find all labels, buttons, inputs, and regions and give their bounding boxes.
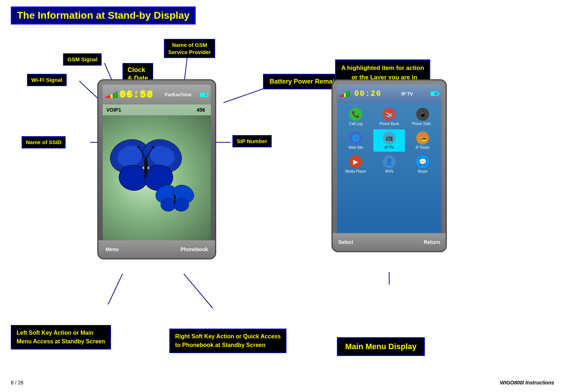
svg-point-17 [144,156,148,178]
sip-display: 456 [197,107,205,113]
menu-item-phonebook[interactable]: 📚 Phone Book [373,106,405,128]
left-softkey-label: Left Soft Key Action or MainMenu Access … [11,325,111,349]
main-menu-display-label: Main Menu Display [337,337,425,356]
right-provider: IP TV [384,91,431,97]
svg-point-26 [174,194,176,205]
svg-line-8 [184,274,213,308]
svg-line-7 [108,274,123,304]
provider-name: FarEasTone [156,92,200,97]
softkey-bar: Menu Phonebook [98,240,215,258]
gsm-provider-label: Name of GSMService Provider [164,39,215,58]
menu-item-phonesetti[interactable]: 📱 Phone Setti... [406,106,439,128]
phonebook-softkey[interactable]: Phonebook [181,246,208,252]
return-softkey[interactable]: Return [424,239,440,245]
page-number: 8 / 26 [11,380,23,386]
select-softkey[interactable]: Select [338,239,353,245]
page-title: The Information at Stand-by Display [11,6,196,24]
menu-item-calllog[interactable]: 📞 Call Log [340,106,372,128]
copyright: WIGO800I Instructions [500,380,554,386]
ssid-label: Name of SSID [22,136,66,148]
menu-item-iptv[interactable]: 📺 IP TV [373,129,405,152]
right-softkey-label: Right Soft Key Action or Quick Accessto … [169,329,286,353]
phone-left: 06:58 FarEasTone 01/01/2000 SAT VOIP1 45… [97,79,216,259]
right-clock: 00:26 [354,89,382,98]
gsm-signal-label: GSM Signal [63,53,102,66]
wallpaper [103,115,211,240]
menu-item-skype[interactable]: 💬 Skype [406,153,439,175]
menu-item-ipradio[interactable]: 📻 IP Radio [406,129,439,152]
menu-item-mediaplayer[interactable]: ▶ Media Player [340,153,372,175]
menu-item-website[interactable]: 🌐 Web Site [340,129,372,152]
wifi-signal-label: Wi-Fi Signal [27,74,67,86]
svg-point-19 [138,146,140,148]
ssid-display: VOIP1 [106,107,121,113]
menu-grid: 📞 Call Log 📚 Phone Book 📱 Phone Setti...… [337,103,441,178]
sip-number-label: SIP Number [232,135,272,147]
right-softkey-bar: Select Return [333,233,446,251]
phone-right: 00:26 IP TV 📞 Call Log 📚 Phone Book [332,79,447,252]
clock-display: 06:58 [120,89,154,100]
svg-point-25 [174,199,189,211]
menu-softkey[interactable]: Menu [106,246,119,252]
menu-item-msn[interactable]: 👤 MSN [373,153,405,175]
signal-bars-left [106,92,117,98]
right-signal-bars [340,90,350,97]
svg-point-21 [152,146,154,148]
right-status-bar: 00:26 IP TV [337,85,441,103]
